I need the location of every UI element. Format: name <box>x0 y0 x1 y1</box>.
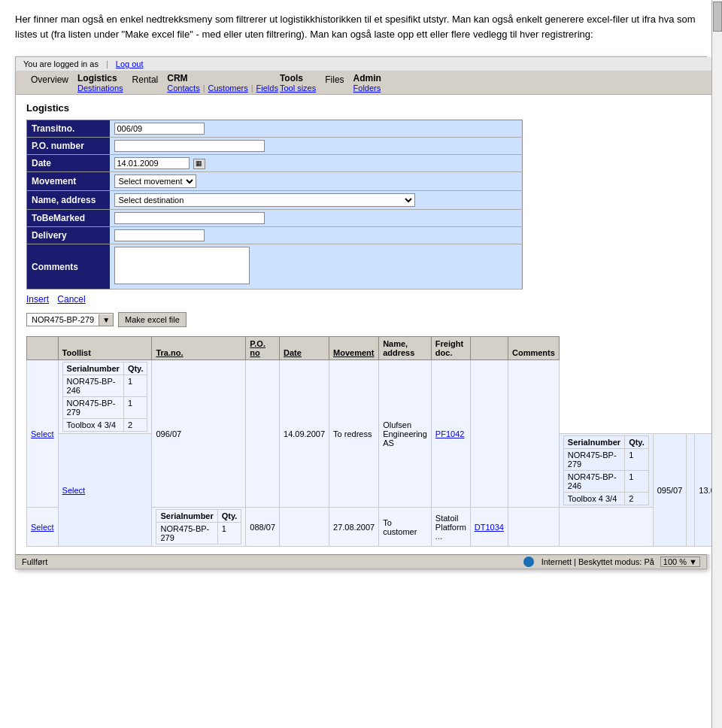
tool-qty-1-0: 1 <box>625 449 649 471</box>
nav-overview[interactable]: Overview <box>23 71 76 94</box>
nav-rental[interactable]: Rental <box>125 71 166 94</box>
transitno-input[interactable] <box>114 123 205 135</box>
tool-header-2: SerialnumberQty.NOR475-BP-2791 <box>152 508 246 547</box>
form-row-comments: Comments <box>27 244 523 290</box>
tool-serial-0-0: NOR475-BP-246 <box>62 375 123 397</box>
excel-dropdown-arrow[interactable]: ▼ <box>99 314 113 326</box>
cancel-button[interactable]: Cancel <box>57 294 85 305</box>
nav-logistics-destinations[interactable]: Destinations <box>77 83 123 93</box>
form-row-tobemarked: ToBeMarked <box>27 210 523 227</box>
top-bar: You are logged in as | Log out <box>16 57 722 71</box>
nav-logistics[interactable]: Logistics Destinations <box>77 71 123 94</box>
freight-link-0[interactable]: PF1042 <box>435 429 465 438</box>
nav-crm-customers[interactable]: Customers <box>208 83 248 93</box>
tool-qty-1-1: 1 <box>625 471 649 493</box>
freight-2: DT1034 <box>470 508 508 547</box>
delivery-label: Delivery <box>27 227 110 244</box>
tra-no-1: 095/07 <box>653 434 687 547</box>
tool-serial-1-2: Toolbox 4 3/4 <box>563 493 624 505</box>
tool-qty-0-1: 1 <box>123 397 147 419</box>
select-link-0[interactable]: Select <box>31 429 54 438</box>
scrollbar-thumb[interactable] <box>713 2 722 32</box>
tool-qty-2-0: 1 <box>217 523 241 544</box>
tobemarked-input[interactable] <box>114 212 265 224</box>
calendar-icon[interactable]: ▦ <box>193 159 205 169</box>
scrollbar[interactable] <box>711 0 722 728</box>
po-input[interactable] <box>114 140 265 152</box>
inner-serial-header: Serialnumber <box>563 436 624 449</box>
tool-qty-0-2: 2 <box>123 419 147 432</box>
intro-paragraph: Her finner man også en enkel nedtrekksme… <box>15 12 707 41</box>
tool-qty-1-2: 2 <box>625 493 649 505</box>
nav-tools: Tools Tool sizes <box>280 71 316 94</box>
th-toollist: Toollist <box>58 337 152 360</box>
name-address-0: Olufsen Engineering AS <box>379 360 432 508</box>
th-name-address: Name, address <box>379 337 432 360</box>
tool-serial-1-0: NOR475-BP-279 <box>563 449 624 471</box>
select-link-1[interactable]: Select <box>62 486 86 495</box>
transitno-value <box>110 120 523 138</box>
movement-0: To redress <box>329 360 379 508</box>
tool-serial-0-2: Toolbox 4 3/4 <box>62 419 123 432</box>
nav-tools-sizes[interactable]: Tool sizes <box>280 83 316 93</box>
logout-link[interactable]: Log out <box>116 59 144 68</box>
nav-crm-fields[interactable]: Fields <box>256 83 278 93</box>
po-no-2 <box>280 508 329 547</box>
zoom-value: 100 % <box>663 557 687 566</box>
po-value <box>110 138 523 155</box>
form-row-movement: Movement Select movement To customer Fro… <box>27 172 523 191</box>
th-tra-no[interactable]: Tra.no. <box>152 337 246 360</box>
form-row-date: Date ▦ <box>27 155 523 172</box>
movement-select[interactable]: Select movement To customer From custome… <box>114 174 196 188</box>
th-freight: Freight doc. <box>431 337 470 360</box>
attach-0 <box>470 360 508 508</box>
form-row-po: P.O. number <box>27 138 523 155</box>
comments-label: Comments <box>27 244 110 290</box>
insert-button[interactable]: Insert <box>26 294 49 305</box>
form-row-name-address: Name, address Select destination <box>27 191 523 210</box>
tra-no-2: 088/07 <box>246 508 280 547</box>
po-no-0 <box>246 360 280 508</box>
comments-textarea[interactable] <box>114 247 250 284</box>
th-name-label: Name, <box>383 339 408 348</box>
tool-serial-1-1: NOR475-BP-246 <box>563 471 624 493</box>
th-movement[interactable]: Movement <box>329 337 379 360</box>
tool-header-0: SerialnumberQty.NOR475-BP-2461NOR475-BP-… <box>58 360 152 434</box>
th-date[interactable]: Date <box>280 337 329 360</box>
transitno-label: Transitno. <box>27 120 110 138</box>
logged-in-label: You are logged in as <box>23 59 99 68</box>
delivery-input[interactable] <box>114 229 205 241</box>
select-cell-1: Select <box>58 434 152 547</box>
make-excel-button[interactable]: Make excel file <box>118 312 187 327</box>
status-icon <box>523 557 534 567</box>
name-address-select[interactable]: Select destination <box>114 193 415 207</box>
nav-crm-contacts[interactable]: Contacts <box>167 83 199 93</box>
date-input[interactable] <box>114 157 190 169</box>
freight-link-2[interactable]: DT1034 <box>475 523 504 532</box>
excel-dropdown[interactable]: NOR475-BP-279 ▼ <box>26 313 114 326</box>
freight-0: PF1042 <box>431 360 470 508</box>
name-address-label: Name, address <box>27 191 110 210</box>
name-address-value: Select destination <box>110 191 523 210</box>
inner-qty-header: Qty. <box>123 362 147 375</box>
form-row-transitno: Transitno. <box>27 120 523 138</box>
nav-admin-folders[interactable]: Folders <box>353 83 381 93</box>
status-right: Internett | Beskyttet modus: På 100 % ▼ <box>523 557 700 567</box>
section-title: Logistics <box>26 102 722 114</box>
inner-qty-header: Qty. <box>625 436 649 449</box>
separator: | <box>106 59 108 68</box>
tra-no-0: 096/07 <box>152 360 246 508</box>
nav-files[interactable]: Files <box>317 71 351 94</box>
zoom-button[interactable]: 100 % ▼ <box>660 557 700 567</box>
tool-header-1: SerialnumberQty.NOR475-BP-2791NOR475-BP-… <box>559 434 653 508</box>
logistics-form: Transitno. P.O. number Dat <box>26 120 523 290</box>
po-label: P.O. number <box>27 138 110 155</box>
th-po-no[interactable]: P.O. no <box>246 337 280 360</box>
date-2: 27.08.2007 <box>329 508 379 547</box>
movement-2: To customer <box>379 508 432 547</box>
tool-qty-0-0: 1 <box>123 375 147 397</box>
th-comments: Comments <box>508 337 559 360</box>
date-label: Date <box>27 155 110 172</box>
po-no-1 <box>687 434 695 547</box>
select-link-2[interactable]: Select <box>31 523 54 532</box>
